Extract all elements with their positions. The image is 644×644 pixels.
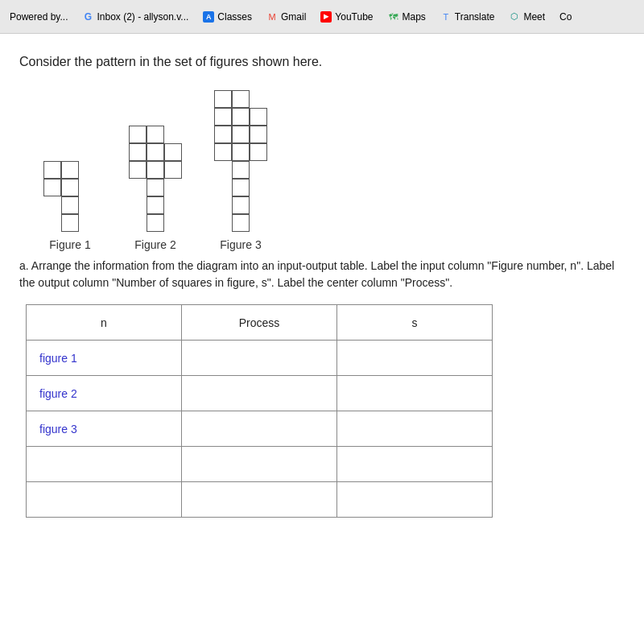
main-content: Consider the pattern in the set of figur… xyxy=(0,34,644,644)
figures-container: Figure 1 Figure 2 xyxy=(19,90,625,251)
table-cell-r0-c0: figure 1 xyxy=(27,341,182,376)
tab-gmail-label: Gmail xyxy=(281,11,306,23)
tab-youtube-label: YouTube xyxy=(335,11,373,23)
tab-classes[interactable]: A Classes xyxy=(196,8,258,26)
tab-youtube[interactable]: ▶ YouTube xyxy=(314,8,379,26)
translate-icon: T xyxy=(440,11,452,23)
table-cell-r3-c2 xyxy=(337,447,493,482)
tab-maps-label: Maps xyxy=(402,11,426,23)
tab-translate[interactable]: T Translate xyxy=(434,8,502,26)
figure-1-grid xyxy=(43,161,97,232)
figure-2-grid xyxy=(129,126,182,232)
table-cell-r0-c1 xyxy=(182,341,337,376)
tab-classes-label: Classes xyxy=(217,11,252,23)
tab-bar: Powered by... G Inbox (2) - allyson.v...… xyxy=(0,0,644,34)
table-cell-r4-c0 xyxy=(27,482,182,518)
table-row: figure 1 xyxy=(27,341,493,376)
classes-icon: A xyxy=(203,11,214,23)
figure-3-label: Figure 3 xyxy=(220,238,261,251)
table-row xyxy=(27,447,493,482)
input-output-table: n Process s figure 1figure 2figure 3 xyxy=(26,304,493,518)
youtube-icon: ▶ xyxy=(320,11,332,23)
part-a-text: a. Arrange the information from the diag… xyxy=(19,258,625,291)
google-icon: G xyxy=(82,11,93,23)
table-cell-r4-c1 xyxy=(182,482,337,518)
tab-more-label: Co xyxy=(559,11,572,23)
table-cell-r3-c0 xyxy=(27,447,182,482)
table-row: figure 2 xyxy=(27,376,493,411)
maps-icon: 🗺 xyxy=(388,11,399,23)
question-text: Consider the pattern in the set of figur… xyxy=(19,53,625,71)
powered-by-label: Powered by... xyxy=(10,11,68,23)
figure-1-wrapper: Figure 1 xyxy=(43,161,97,251)
table-cell-r3-c1 xyxy=(182,447,337,482)
tab-meet-label: Meet xyxy=(523,11,545,23)
table-cell-r0-c2 xyxy=(337,341,493,376)
col-header-n: n xyxy=(27,305,182,341)
table-cell-r2-c1 xyxy=(182,411,337,447)
gmail-icon: M xyxy=(266,11,278,23)
table-cell-r1-c0: figure 2 xyxy=(27,376,182,411)
table-row xyxy=(27,482,493,518)
tab-powered-by[interactable]: Powered by... xyxy=(3,8,74,26)
col-header-process: Process xyxy=(182,305,337,341)
tab-meet[interactable]: ⬡ Meet xyxy=(502,8,551,26)
figure-2-label: Figure 2 xyxy=(134,238,175,251)
figure-2-wrapper: Figure 2 xyxy=(129,126,182,251)
col-header-s: s xyxy=(337,305,493,341)
table-cell-r2-c2 xyxy=(337,411,493,447)
table-cell-r1-c1 xyxy=(182,376,337,411)
table-header-row: n Process s xyxy=(27,305,493,341)
tab-inbox-label: Inbox (2) - allyson.v... xyxy=(97,11,188,23)
tab-maps[interactable]: 🗺 Maps xyxy=(382,8,432,26)
tab-google[interactable]: G Inbox (2) - allyson.v... xyxy=(76,8,195,26)
figure-3-wrapper: Figure 3 xyxy=(214,90,267,251)
tab-gmail[interactable]: M Gmail xyxy=(260,8,312,26)
table-cell-r2-c0: figure 3 xyxy=(27,411,182,447)
table-cell-r4-c2 xyxy=(337,482,493,518)
meet-icon: ⬡ xyxy=(509,11,520,23)
table-row: figure 3 xyxy=(27,411,493,447)
figure-1-label: Figure 1 xyxy=(49,238,90,251)
tab-translate-label: Translate xyxy=(455,11,495,23)
tab-more[interactable]: Co xyxy=(553,8,578,26)
figure-3-grid xyxy=(214,90,267,232)
table-cell-r1-c2 xyxy=(337,376,493,411)
